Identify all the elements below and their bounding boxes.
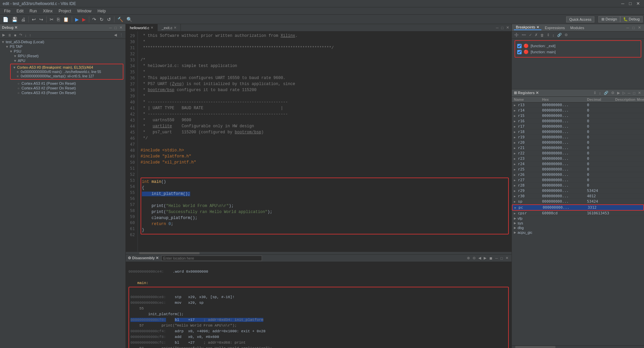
bp-checkbox-exit[interactable] (517, 44, 522, 48)
toolbar-run[interactable]: ▶ (74, 16, 80, 23)
minimize-button[interactable]: ─ (620, 1, 626, 6)
disasm-btn5[interactable]: ⏹ (488, 256, 494, 261)
bp-checkbox-main[interactable] (517, 50, 522, 54)
debug-resume-btn[interactable]: ▶ (1, 32, 6, 38)
disasm-btn3[interactable]: ◀ (477, 256, 482, 261)
reg-minimize[interactable]: ─ (627, 91, 632, 95)
reg-maximize[interactable]: □ (632, 91, 636, 95)
bp-expand[interactable]: ⇕ (546, 32, 551, 38)
toolbar-cut[interactable]: ✂ (48, 16, 55, 23)
code-content[interactable]: * this Software without prior written au… (138, 31, 512, 252)
menu-edit[interactable]: Edit (14, 8, 26, 14)
toolbar-save[interactable]: 💾 (10, 16, 19, 23)
bp-close[interactable]: ✕ (637, 25, 642, 30)
debug-stepreturn-btn[interactable]: ↑ (28, 33, 32, 38)
tree-item-cortex2[interactable]: ○ Cortex-A53 #2 (Power On Reset) (16, 86, 125, 90)
toolbar-undo[interactable]: ↩ (31, 16, 37, 23)
toolbar-step[interactable]: ↷ (91, 16, 98, 23)
toolbar-stepover[interactable]: ↻ (98, 16, 105, 23)
tab-modules[interactable]: Modules (568, 26, 586, 30)
toolbar-copy[interactable]: ⎘ (56, 16, 61, 23)
reg-btn5[interactable]: ▶ (616, 90, 621, 95)
tree-item-cortex3[interactable]: ○ Cortex-A53 #3 (Power On Reset) (16, 90, 125, 95)
disasm-btn4[interactable]: ▶ (483, 256, 487, 261)
tab-helloworld-close[interactable]: ✕ (151, 26, 153, 29)
bp-add[interactable]: ➕ (513, 32, 520, 38)
bp-disable-all[interactable]: ✗ (534, 32, 539, 38)
menu-window[interactable]: Window (74, 8, 94, 14)
reg-btn4[interactable]: ⚙ (610, 90, 615, 95)
reg-group-sys[interactable]: ▶sys (512, 221, 644, 225)
tree-item-pstap[interactable]: ▼ PS TAP (4, 44, 125, 49)
debug-minimize-button[interactable]: ─ (108, 25, 113, 30)
maximize-button[interactable]: □ (628, 1, 633, 6)
debug-maximize-button[interactable]: □ (113, 25, 118, 30)
disasm-btn1[interactable]: ⊕ (466, 256, 471, 261)
toolbar-stepreturn[interactable]: ↺ (106, 16, 112, 23)
bp-remove-all[interactable]: 🗑 (539, 33, 545, 38)
debug-suspend-btn[interactable]: ⏸ (7, 33, 12, 38)
disasm-minimize[interactable]: ─ (494, 256, 499, 261)
tree-item-frame0[interactable]: ≡ 0x000000000000cf0 main(): ../src/hello… (15, 70, 122, 74)
menu-help[interactable]: Help (95, 8, 109, 14)
menu-run[interactable]: Run (27, 8, 40, 14)
bp-minimize[interactable]: ─ (626, 25, 630, 30)
quick-access-button[interactable]: Quick Access (566, 16, 594, 22)
reg-btn3[interactable]: 🔗 (603, 90, 609, 95)
reg-group-dbg[interactable]: ▶dbg (512, 225, 644, 230)
bp-settings[interactable]: ⚙ (564, 32, 569, 38)
tree-item-frame1[interactable]: ≡ 0x000000000000fac_startup(): xil-crt0.… (15, 74, 122, 78)
menu-project[interactable]: Project (56, 8, 74, 14)
editor-maximize-btn[interactable]: □ (500, 25, 504, 30)
menu-file[interactable]: File (1, 8, 13, 14)
debug-stepinto-btn[interactable]: ↓ (24, 33, 28, 38)
bp-collapse[interactable]: ↕ (551, 33, 555, 38)
toolbar-new[interactable]: 📄 (1, 16, 10, 23)
debug-stepover-btn[interactable]: ↷ (18, 32, 23, 38)
toolbar-paste[interactable]: 📋 (62, 16, 70, 23)
disasm-maximize[interactable]: □ (499, 256, 504, 261)
tree-item-psu[interactable]: ▼ PSU (8, 49, 125, 54)
debug-terminate-btn[interactable]: ■ (13, 33, 17, 38)
debug-mode-button[interactable]: 🐛 Debug (620, 16, 643, 22)
editor-hscroll-thumb[interactable] (139, 252, 200, 254)
toolbar-debug[interactable]: ▶ (81, 16, 87, 23)
editor-close-btn[interactable]: ✕ (505, 25, 510, 30)
tree-item-rpu[interactable]: ▼ RPU (Reset) (12, 54, 125, 58)
reg-group-vfp[interactable]: ▶vfp (512, 216, 644, 221)
tree-item-cortex1[interactable]: ○ Cortex-A53 #1 (Power On Reset) (16, 81, 125, 86)
editor-hscrollbar[interactable] (126, 252, 512, 254)
tab-exit-close[interactable]: ✕ (174, 26, 176, 29)
debug-collapse-btn[interactable]: ◀ (113, 32, 118, 38)
toolbar-build[interactable]: 🔨 (116, 16, 124, 23)
toolbar-print[interactable]: 🖨 (19, 16, 27, 23)
bp-remove[interactable]: ➖ (521, 32, 527, 38)
menu-xilinx[interactable]: Xilinx (40, 8, 55, 14)
reg-group-acpu-gic[interactable]: ▶acpu_gic (512, 230, 644, 235)
tree-item-cortex0[interactable]: ▼ Cortex-A53 #0 (Breakpoint: main), EL3(… (11, 65, 122, 70)
reg-btn6[interactable]: ▷ (622, 90, 626, 95)
design-button[interactable]: ⊞ Design (598, 16, 620, 22)
reg-hscrollbar[interactable] (512, 345, 644, 348)
reg-btn1[interactable]: ⇕ (592, 90, 597, 95)
toolbar-redo[interactable]: ↪ (38, 16, 45, 23)
debug-close-button[interactable]: ✕ (118, 25, 123, 30)
disasm-content[interactable]: 000000000000ce4: .word 0x00000000 main: … (126, 262, 512, 348)
tab-breakpoints[interactable]: Breakpoints ✕ (514, 25, 541, 30)
toolbar-search[interactable]: 🔍 (125, 16, 133, 23)
bp-link[interactable]: 🔗 (556, 32, 563, 38)
tab-exit[interactable]: _exit.c ✕ (158, 24, 181, 31)
bp-enable-all[interactable]: ✓ (528, 32, 533, 38)
tab-expressions[interactable]: Expressions (543, 26, 567, 30)
close-button[interactable]: ✕ (635, 1, 641, 6)
disasm-close[interactable]: ✕ (504, 256, 509, 261)
editor-minimize-btn[interactable]: ─ (495, 25, 500, 30)
bp-maximize[interactable]: □ (631, 25, 636, 30)
disasm-location-input[interactable] (161, 256, 262, 261)
reg-btn2[interactable]: ↕ (598, 91, 602, 95)
debug-view-menu-btn[interactable]: ⋮ (118, 32, 124, 38)
tab-helloworld[interactable]: helloworld.c ✕ (126, 24, 158, 31)
reg-close[interactable]: ✕ (637, 90, 642, 95)
tree-item-root[interactable]: ▼ test_a53-Debug (Local) (0, 40, 125, 44)
reg-hscroll-thumb[interactable] (515, 346, 555, 348)
